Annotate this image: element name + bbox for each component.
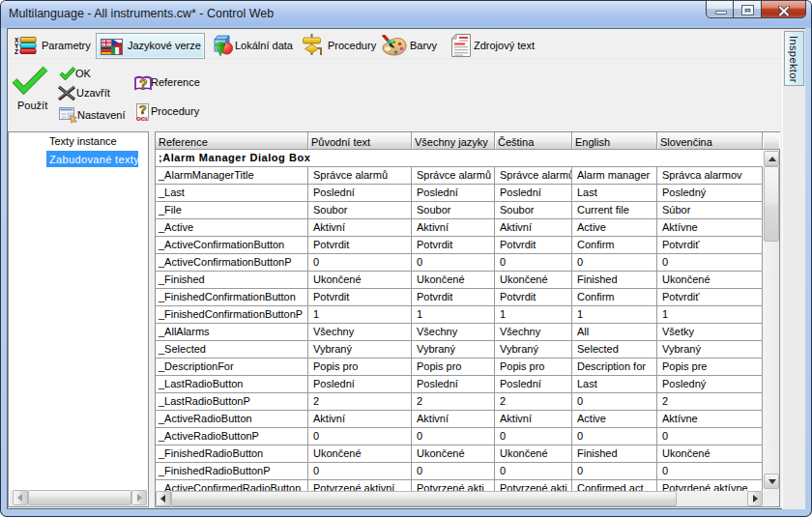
svg-text:OCL: OCL [136, 115, 149, 121]
svg-text:?: ? [139, 76, 148, 92]
svg-text:Z: Z [14, 48, 18, 55]
